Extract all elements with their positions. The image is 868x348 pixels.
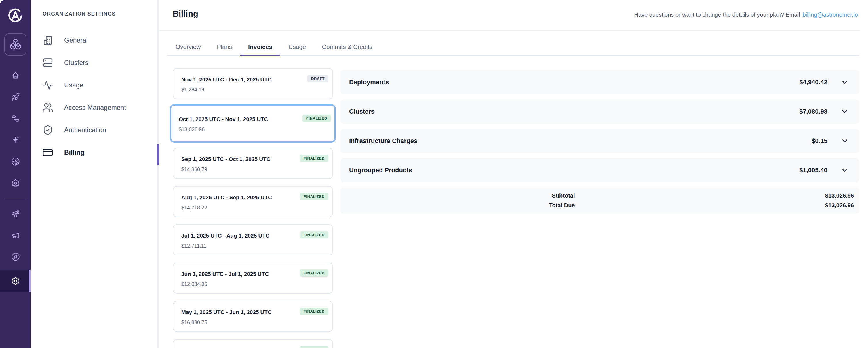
- astronomer-logo-icon: [7, 7, 24, 24]
- charge-group-infrastructure-charges[interactable]: Infrastructure Charges $0.15: [340, 129, 859, 153]
- sidebar-item-label: Usage: [64, 82, 83, 89]
- charge-group-amount: $1,005.40: [799, 166, 828, 174]
- home-icon: [11, 71, 20, 80]
- invoice-status-badge: FINALIZED: [300, 231, 329, 239]
- rail-item-rocket[interactable]: [0, 86, 31, 107]
- shield-check-icon: [42, 125, 53, 135]
- invoice-card-7[interactable]: Apr 1, 2025 UTC - May 1, 2025 UTC FINALI…: [173, 339, 333, 348]
- primary-nav-rail: [0, 0, 31, 348]
- charge-group-label: Clusters: [349, 108, 799, 115]
- sidebar-item-billing[interactable]: Billing: [31, 141, 157, 164]
- chevron-down-icon-wrap[interactable]: [841, 137, 849, 145]
- rail-item-workflow[interactable]: [0, 107, 31, 129]
- invoice-card-0[interactable]: Nov 1, 2025 UTC - Dec 1, 2025 UTC DRAFT …: [173, 68, 333, 99]
- invoice-card-5[interactable]: Jun 1, 2025 UTC - Jul 1, 2025 UTC FINALI…: [173, 262, 333, 294]
- astronomer-logo[interactable]: [7, 7, 24, 26]
- invoice-status-badge: FINALIZED: [300, 308, 329, 315]
- active-section-indicator[interactable]: [157, 144, 159, 165]
- sidebar-item-general[interactable]: General: [31, 29, 157, 52]
- chevron-down-icon[interactable]: [841, 107, 849, 116]
- invoice-amount: $13,026.96: [179, 126, 327, 133]
- total-row-total-due: Total Due $13,026.96: [340, 201, 859, 210]
- invoice-card-4[interactable]: Jul 1, 2025 UTC - Aug 1, 2025 UTC FINALI…: [173, 224, 333, 255]
- invoice-card-2[interactable]: Sep 1, 2025 UTC - Oct 1, 2025 UTC FINALI…: [173, 148, 333, 179]
- sidebar-item-authentication[interactable]: Authentication: [31, 119, 157, 141]
- rail-item-globe[interactable]: [0, 151, 31, 172]
- telescope-icon: [11, 210, 20, 218]
- users-icon-wrap: [42, 102, 54, 113]
- sidebar-section-title: ORGANIZATION SETTINGS: [42, 11, 157, 17]
- sidebar-item-access-management[interactable]: Access Management: [31, 96, 157, 119]
- billing-tabs-bar: OverviewPlansInvoicesUsageCommits & Cred…: [159, 39, 868, 56]
- active-rail-indicator: [29, 270, 31, 292]
- invoice-totals: Subtotal $13,026.96 Total Due $13,026.96: [340, 188, 859, 213]
- rail-item-sparkles[interactable]: [0, 129, 31, 151]
- rail-bottom-group: [0, 203, 31, 267]
- rail-item-gear[interactable]: [0, 172, 31, 194]
- charge-group-ungrouped-products[interactable]: Ungrouped Products $1,005.40: [340, 158, 859, 182]
- charge-group-amount: $0.15: [812, 137, 828, 145]
- workspace-switcher-button[interactable]: [4, 33, 27, 56]
- rail-item-settings-active[interactable]: [0, 270, 31, 292]
- invoice-amount: $12,711.11: [181, 242, 324, 250]
- invoices-content: Nov 1, 2025 UTC - Dec 1, 2025 UTC DRAFT …: [159, 68, 868, 348]
- charge-group-label: Infrastructure Charges: [349, 137, 812, 145]
- total-label: Subtotal: [340, 192, 575, 199]
- rail-item-compass[interactable]: [0, 246, 31, 267]
- billing-email-link[interactable]: billing@astronomer.io: [802, 11, 858, 18]
- invoice-card-6[interactable]: May 1, 2025 UTC - Jun 1, 2025 UTC FINALI…: [173, 301, 333, 332]
- help-message: Have questions or want to change the det…: [634, 11, 800, 18]
- tab-commits-credits[interactable]: Commits & Credits: [314, 39, 380, 55]
- invoice-status-badge: FINALIZED: [300, 346, 329, 348]
- invoice-status-badge: FINALIZED: [300, 270, 329, 277]
- chevron-down-icon[interactable]: [841, 78, 849, 86]
- invoice-list: Nov 1, 2025 UTC - Dec 1, 2025 UTC DRAFT …: [173, 68, 333, 348]
- invoice-card-1[interactable]: Oct 1, 2025 UTC - Nov 1, 2025 UTC FINALI…: [170, 104, 336, 143]
- page-title: Billing: [173, 9, 198, 19]
- total-row-subtotal: Subtotal $13,026.96: [340, 191, 859, 200]
- chevron-down-icon[interactable]: [841, 166, 849, 174]
- rail-divider: [4, 198, 27, 198]
- gear-icon: [11, 277, 20, 285]
- rail-item-telescope[interactable]: [0, 203, 31, 224]
- cubes-icon: [9, 38, 22, 51]
- charge-group-deployments[interactable]: Deployments $4,940.42: [340, 70, 859, 94]
- sidebar-item-clusters[interactable]: Clusters: [31, 52, 157, 74]
- invoice-status-badge: FINALIZED: [303, 115, 331, 122]
- megaphone-icon: [11, 231, 20, 240]
- shield-check-icon-wrap: [42, 124, 54, 136]
- sidebar-item-label: Clusters: [64, 59, 88, 67]
- invoice-status-badge: DRAFT: [307, 75, 329, 82]
- credit-card-icon-wrap: [42, 147, 54, 158]
- chevron-down-icon-wrap[interactable]: [841, 166, 849, 174]
- sidebar-item-usage[interactable]: Usage: [31, 74, 157, 96]
- invoice-amount: $1,284.19: [181, 86, 324, 93]
- compass-icon: [11, 253, 20, 261]
- app-window: ORGANIZATION SETTINGS General Clusters U…: [0, 0, 868, 348]
- tab-plans[interactable]: Plans: [209, 39, 240, 55]
- charge-group-amount: $7,080.98: [799, 108, 828, 115]
- tab-invoices[interactable]: Invoices: [240, 39, 280, 55]
- building-icon-wrap: [42, 34, 54, 46]
- building-icon: [42, 35, 53, 46]
- invoice-amount: $14,360.79: [181, 166, 324, 173]
- tab-usage[interactable]: Usage: [280, 39, 314, 55]
- sidebar-item-label: Access Management: [64, 104, 126, 112]
- invoice-amount: $16,830.75: [181, 319, 324, 326]
- credit-card-icon: [42, 147, 53, 158]
- activity-icon-wrap: [42, 80, 54, 91]
- tab-overview[interactable]: Overview: [167, 39, 209, 55]
- sidebar-item-label: General: [64, 36, 88, 44]
- gear-icon: [11, 179, 20, 188]
- charge-group-clusters[interactable]: Clusters $7,080.98: [340, 99, 859, 124]
- rail-item-home[interactable]: [0, 64, 31, 86]
- invoice-card-3[interactable]: Aug 1, 2025 UTC - Sep 1, 2025 UTC FINALI…: [173, 186, 333, 217]
- rail-item-megaphone[interactable]: [0, 224, 31, 246]
- activity-icon: [42, 80, 53, 91]
- chevron-down-icon-wrap[interactable]: [841, 78, 849, 86]
- total-amount: $13,026.96: [575, 192, 859, 199]
- billing-help-text: Have questions or want to change the det…: [634, 11, 858, 18]
- chevron-down-icon[interactable]: [841, 137, 849, 145]
- chevron-down-icon-wrap[interactable]: [841, 107, 849, 116]
- total-label: Total Due: [340, 202, 575, 209]
